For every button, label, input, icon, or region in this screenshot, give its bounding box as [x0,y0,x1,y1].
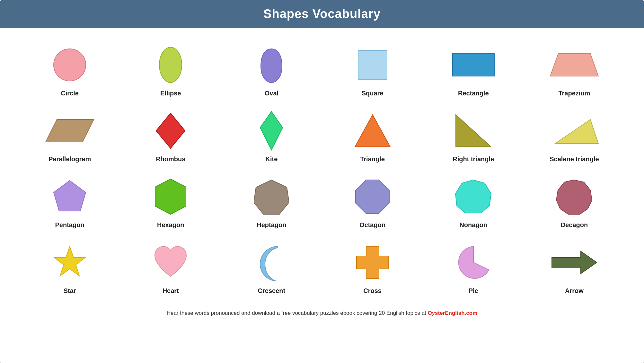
shape-pentagon [52,176,87,217]
label-crescent: Crescent [258,287,286,295]
shape-cell-rhombus: Rhombus [120,103,221,166]
shape-decagon [556,176,593,217]
label-nonagon: Nonagon [459,221,487,229]
svg-marker-4 [550,54,598,76]
shape-cell-right-triangle: Right triangle [423,103,524,166]
label-oval: Oval [265,90,278,97]
svg-marker-11 [54,181,86,211]
svg-point-0 [54,49,86,81]
shape-kite [257,110,286,152]
shape-cell-oval: Oval [221,38,322,100]
shape-cell-kite: Kite [221,103,322,166]
shape-cell-square: Square [322,38,423,100]
svg-marker-7 [260,111,283,150]
shape-cell-octagon: Octagon [322,169,423,232]
svg-rect-2 [358,50,387,79]
shape-cell-heart: Heart [120,235,221,298]
shape-cell-pentagon: Pentagon [19,169,120,232]
shape-oval [257,44,286,86]
svg-point-1 [159,47,182,83]
label-cross: Cross [363,287,382,295]
svg-marker-5 [46,120,94,142]
shape-pie [456,242,491,283]
label-right-triangle: Right triangle [453,155,494,163]
shapes-grid: Circle Ellipse Oval [0,28,644,304]
shape-cell-scalene-triangle: Scalene triangle [524,103,625,166]
label-heptagon: Heptagon [257,221,286,229]
shape-cross [355,242,390,283]
label-triangle: Triangle [360,155,385,163]
shape-cell-arrow: Arrow [524,235,625,298]
label-decagon: Decagon [561,221,588,229]
svg-marker-16 [556,180,592,214]
main-card: Shapes Vocabulary Circle Ellipse [0,0,644,363]
shape-cell-crescent: Crescent [221,235,322,298]
shape-heptagon [254,176,289,217]
page-title: Shapes Vocabulary [263,7,381,21]
svg-marker-12 [155,179,186,214]
shape-cell-ellipse: Ellipse [120,38,221,100]
shape-cell-nonagon: Nonagon [423,169,524,232]
label-kite: Kite [266,155,278,163]
svg-marker-14 [356,180,389,214]
shape-square [355,44,390,86]
shape-arrow [550,242,598,283]
label-heart: Heart [163,287,179,295]
label-circle: Circle [61,90,79,97]
shape-triangle [353,110,392,152]
svg-marker-9 [456,115,491,147]
shape-cell-hexagon: Hexagon [120,169,221,232]
label-trapezium: Trapezium [558,90,590,97]
svg-marker-19 [552,251,597,274]
shape-trapezium [549,44,600,86]
shape-star [52,242,87,283]
label-rhombus: Rhombus [156,155,185,163]
shape-cell-rectangle: Rectangle [423,38,524,100]
shape-cell-trapezium: Trapezium [524,38,625,100]
shape-rhombus [154,110,187,152]
shape-cell-star: Star [19,235,120,298]
shape-parallelogram [44,110,95,152]
svg-marker-15 [455,180,491,213]
shape-cell-heptagon: Heptagon [221,169,322,232]
shape-cell-cross: Cross [322,235,423,298]
label-parallelogram: Parallelogram [49,155,91,163]
shape-cell-triangle: Triangle [322,103,423,166]
label-rectangle: Rectangle [458,90,489,97]
label-arrow: Arrow [565,287,584,295]
shape-nonagon [455,176,492,217]
shape-cell-circle: Circle [19,38,120,100]
shape-cell-decagon: Decagon [524,169,625,232]
footer-link[interactable]: OysterEnglish.com [428,310,477,316]
footer: Hear these words pronounced and download… [0,304,644,323]
page-header: Shapes Vocabulary [0,0,644,28]
label-pentagon: Pentagon [55,221,84,229]
shape-octagon [354,176,391,217]
shape-scalene-triangle [549,110,600,152]
shape-rectangle [451,44,496,86]
footer-text: Hear these words pronounced and download… [167,310,428,316]
label-ellipse: Ellipse [160,90,181,97]
svg-marker-8 [355,115,390,147]
label-square: Square [362,90,384,97]
svg-marker-17 [54,246,85,276]
shape-right-triangle [454,110,493,152]
svg-marker-18 [357,246,389,279]
shape-cell-parallelogram: Parallelogram [19,103,120,166]
shape-crescent [255,242,287,283]
svg-marker-13 [254,180,289,214]
label-scalene-triangle: Scalene triangle [550,155,599,163]
label-octagon: Octagon [359,221,385,229]
shape-cell-pie: Pie [423,235,524,298]
shape-hexagon [153,176,188,217]
label-hexagon: Hexagon [157,221,184,229]
svg-rect-3 [453,54,494,76]
shape-circle [52,44,87,86]
shape-ellipse [158,44,183,86]
label-pie: Pie [469,287,478,295]
label-star: Star [64,287,76,295]
shape-heart [152,242,189,283]
svg-marker-6 [156,113,185,148]
svg-marker-10 [555,120,598,144]
